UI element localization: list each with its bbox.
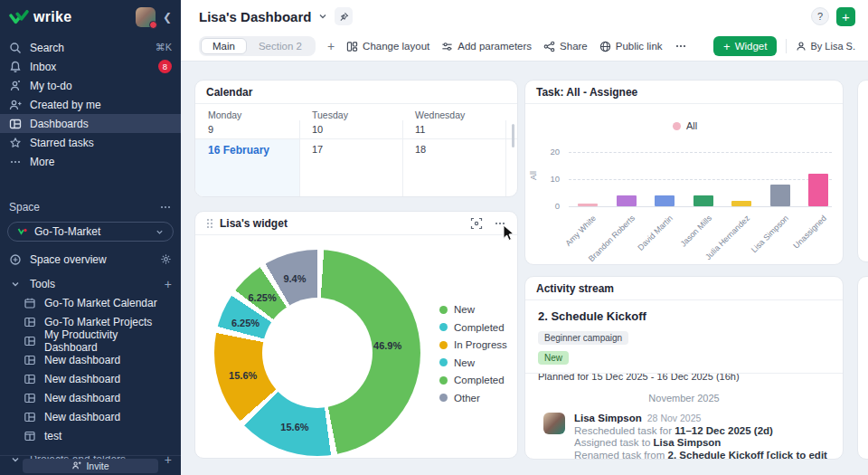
gear-icon[interactable] <box>160 253 172 265</box>
share-label: Share <box>560 41 588 52</box>
grid-line <box>569 152 832 153</box>
change-layout-label: Change layout <box>363 41 429 52</box>
bar[interactable] <box>693 195 713 206</box>
sidebar-item-starred-tasks[interactable]: Starred tasks <box>0 133 181 152</box>
more-actions-icon[interactable] <box>675 40 687 52</box>
tool-item-calendar[interactable]: Go-To Market Calendar <box>0 293 181 312</box>
legend-label: New <box>454 357 475 368</box>
tool-item-label: New dashboard <box>44 373 120 385</box>
add-parameters-button[interactable]: Add parameters <box>441 41 532 52</box>
tab-main[interactable]: Main <box>201 38 247 54</box>
activity-stream-widget: Activity stream 2. Schedule Kickoff Begi… <box>524 276 844 460</box>
donut-chart[interactable]: 46.9%15.6%15.6%6.25%6.25%9.4% <box>214 250 420 456</box>
bar[interactable] <box>655 195 675 206</box>
divider <box>786 39 787 53</box>
campaign-tag[interactable]: Beginner campaign <box>538 331 628 345</box>
bar[interactable] <box>578 204 598 206</box>
share-button[interactable]: Share <box>543 41 588 52</box>
expand-icon[interactable] <box>470 217 483 230</box>
tools-section-header[interactable]: Tools + <box>0 274 181 293</box>
legend-item[interactable]: Completed <box>439 375 507 385</box>
bar[interactable] <box>808 174 828 206</box>
bar[interactable] <box>731 201 751 206</box>
sidebar-item-search[interactable]: Search ⌘K <box>0 38 181 57</box>
activity-task-title[interactable]: 2. Schedule Kickoff <box>538 309 830 323</box>
bar[interactable] <box>617 195 637 206</box>
person-icon <box>796 41 807 52</box>
add-tool-icon[interactable]: + <box>165 277 172 291</box>
legend-item[interactable]: New <box>439 357 507 368</box>
main-area: Lisa's Dashboard ? + Main Section 2 + Ch… <box>181 0 868 475</box>
add-section-button[interactable]: + <box>327 39 335 53</box>
calendar-day[interactable]: 10 <box>312 124 323 135</box>
grid-line <box>299 120 300 197</box>
add-button[interactable]: + <box>836 7 855 26</box>
calendar-title: Calendar <box>206 86 252 99</box>
bar[interactable] <box>770 185 790 206</box>
calendar-day[interactable]: 18 <box>415 144 426 155</box>
sidebar-item-label: More <box>30 156 54 168</box>
sidebar-item-label: Created by me <box>30 99 101 111</box>
public-link-label: Public link <box>616 41 663 52</box>
help-button[interactable]: ? <box>811 7 829 25</box>
activity-body: 2. Schedule Kickoff Beginner campaign Ne… <box>525 300 843 382</box>
legend-item[interactable]: Other <box>439 393 507 404</box>
wrike-logo-icon <box>9 10 29 25</box>
toolbar: Main Section 2 + Change layout Add param… <box>181 33 868 60</box>
calendar-day[interactable]: 17 <box>312 144 323 155</box>
drag-handle-icon[interactable] <box>206 218 213 229</box>
calendar-day[interactable]: 9 <box>208 124 213 135</box>
donut-hole <box>262 298 373 408</box>
tool-item-test[interactable]: test <box>0 426 181 445</box>
calendar-day[interactable]: 11 <box>415 124 425 135</box>
add-widget-button[interactable]: + Widget <box>713 36 777 56</box>
tool-item-new-dashboard-2[interactable]: New dashboard <box>0 369 181 388</box>
tool-item-label: My Productivity Dashboard <box>44 328 172 354</box>
invite-button[interactable]: Invite <box>23 459 158 473</box>
sidebar-item-created-by-me[interactable]: Created by me <box>0 95 181 114</box>
bar-chart-legend[interactable]: All <box>525 120 844 131</box>
sidebar-item-more[interactable]: More <box>0 152 181 171</box>
lisas-widget-header[interactable]: Lisa's widget <box>195 212 517 235</box>
lisas-widget-title: Lisa's widget <box>220 217 288 230</box>
title-chevron-down-icon[interactable] <box>318 12 327 21</box>
activity-stream-header[interactable]: Activity stream <box>525 277 843 300</box>
calendar-widget-header[interactable]: Calendar <box>195 81 517 104</box>
entry-line: Assigned task to Lisa Simpson <box>574 437 834 450</box>
space-more-icon[interactable] <box>159 201 172 214</box>
calendar-day-selected[interactable]: 16 February <box>208 144 269 157</box>
status-badge[interactable]: New <box>538 351 569 365</box>
entry-avatar[interactable] <box>543 413 565 434</box>
entry-author[interactable]: Lisa Simpson <box>574 413 642 423</box>
sidebar-item-label: Dashboards <box>30 118 89 130</box>
plus-icon: + <box>723 40 731 53</box>
legend-item[interactable]: Completed <box>439 322 507 333</box>
tool-item-new-dashboard-4[interactable]: New dashboard <box>0 407 181 426</box>
pin-button[interactable] <box>335 7 353 25</box>
change-layout-button[interactable]: Change layout <box>346 41 429 52</box>
user-avatar[interactable] <box>136 7 156 27</box>
space-selector[interactable]: Go-To-Market <box>7 222 174 242</box>
tool-item-label: test <box>44 430 61 442</box>
sidebar-item-my-todo[interactable]: My to-do <box>0 76 181 95</box>
widget-menu-icon[interactable] <box>494 217 506 230</box>
legend-item[interactable]: New <box>439 304 507 315</box>
wrike-logo[interactable]: wrike <box>9 9 71 25</box>
calendar-scrollbar[interactable] <box>512 124 514 147</box>
legend-item[interactable]: In Progress <box>439 339 507 350</box>
tab-section-2[interactable]: Section 2 <box>247 38 314 54</box>
sidebar-item-inbox[interactable]: Inbox 8 <box>0 57 181 76</box>
sidebar-collapse-icon[interactable]: ❮ <box>163 11 172 24</box>
day-header: Wednesday <box>415 109 465 120</box>
legend-dot <box>439 341 448 349</box>
sidebar-item-space-overview[interactable]: Space overview <box>0 250 181 269</box>
tool-item-new-dashboard-3[interactable]: New dashboard <box>0 388 181 407</box>
tool-item-productivity[interactable]: My Productivity Dashboard <box>0 331 181 350</box>
space-logo-icon <box>17 226 28 237</box>
public-link-button[interactable]: Public link <box>599 41 663 52</box>
page-title: Lisa's Dashboard <box>199 9 311 24</box>
globe-icon <box>599 41 611 52</box>
share-icon <box>543 41 555 52</box>
sidebar-item-dashboards[interactable]: Dashboards <box>0 114 181 133</box>
owner-filter[interactable]: By Lisa S. <box>796 41 855 52</box>
